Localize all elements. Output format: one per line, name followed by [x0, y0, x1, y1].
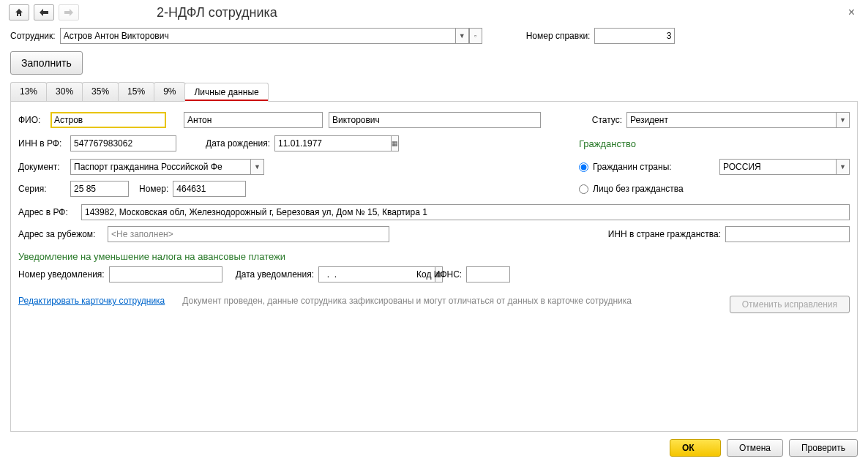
employee-input[interactable] — [60, 28, 456, 44]
name-input[interactable] — [184, 112, 323, 128]
tab-9[interactable]: 9% — [154, 82, 185, 101]
status-dropdown-icon[interactable]: ▼ — [837, 112, 850, 128]
series-input[interactable] — [70, 181, 129, 197]
patronymic-input[interactable] — [329, 112, 541, 128]
inn-input[interactable] — [70, 135, 176, 151]
ref-input[interactable] — [594, 28, 675, 44]
ifns-label: Код ИФНС: — [416, 269, 462, 280]
tab-15[interactable]: 15% — [118, 82, 154, 101]
birth-input[interactable] — [274, 135, 392, 151]
status-input[interactable] — [626, 112, 837, 128]
inn-label: ИНН в РФ: — [18, 138, 66, 149]
notice-num-label: Номер уведомления: — [18, 269, 105, 280]
tab-13[interactable]: 13% — [10, 82, 47, 101]
notice-header: Уведомление на уменьшение налога на аван… — [18, 251, 285, 262]
ref-label: Номер справки: — [526, 31, 591, 41]
edit-card-link[interactable]: Редактировать карточку сотрудника — [18, 296, 165, 306]
ok-button[interactable]: ОК — [670, 439, 721, 457]
cancel-fix-button[interactable]: Отменить исправления — [730, 296, 850, 313]
status-label: Статус: — [592, 115, 622, 125]
tab-body: ФИО: Статус: ▼ ИНН в РФ: Дата рождения: … — [10, 102, 858, 432]
calendar-icon[interactable]: ▦ — [392, 135, 399, 151]
country-dropdown-icon[interactable]: ▼ — [837, 159, 850, 175]
stateless-label: Лицо без гражданства — [593, 184, 684, 194]
close-icon[interactable]: × — [844, 6, 859, 19]
notice-num-input[interactable] — [109, 266, 222, 282]
tab-30[interactable]: 30% — [46, 82, 83, 101]
country-input[interactable] — [719, 159, 837, 175]
ifns-input[interactable] — [466, 266, 510, 282]
surname-input[interactable] — [50, 112, 166, 128]
doc-label: Документ: — [18, 162, 66, 172]
employee-row: Сотрудник: ▼ ▫ Номер справки: — [10, 28, 858, 44]
doc-dropdown-icon[interactable]: ▼ — [251, 159, 264, 175]
citizen-country-label: Гражданин страны: — [593, 162, 715, 172]
tab-personal[interactable]: Личные данные — [184, 83, 268, 102]
tabstrip: 13% 30% 35% 15% 9% Личные данные — [10, 82, 858, 102]
forward-button[interactable] — [59, 4, 79, 20]
address-abroad-input[interactable] — [108, 226, 389, 242]
footer: ОК Отмена Проверить — [0, 432, 868, 464]
window-title: 2-НДФЛ сотрудника — [157, 5, 277, 20]
cancel-button[interactable]: Отмена — [727, 439, 783, 457]
employee-open-icon[interactable]: ▫ — [469, 28, 482, 44]
birth-label: Дата рождения: — [206, 138, 270, 149]
tab-35[interactable]: 35% — [82, 82, 119, 101]
series-label: Серия: — [18, 184, 66, 194]
notice-date-label: Дата уведомления: — [236, 269, 314, 280]
employee-label: Сотрудник: — [10, 31, 56, 41]
home-button[interactable] — [9, 4, 29, 20]
inn-country-input[interactable] — [725, 226, 850, 242]
check-button[interactable]: Проверить — [789, 439, 858, 457]
inn-country-label: ИНН в стране гражданства: — [608, 229, 721, 239]
address-abroad-label: Адрес за рубежом: — [18, 229, 103, 239]
fill-button[interactable]: Заполнить — [10, 51, 83, 75]
doc-input[interactable] — [70, 159, 251, 175]
back-button[interactable] — [34, 4, 54, 20]
fio-label: ФИО: — [18, 115, 46, 125]
address-label: Адрес в РФ: — [18, 207, 77, 217]
number-label: Номер: — [139, 184, 168, 194]
toolbar: 2-НДФЛ сотрудника × — [0, 0, 868, 25]
citizenship-header: Гражданство — [579, 138, 636, 149]
address-input[interactable] — [81, 204, 850, 220]
info-text: Документ проведен, данные сотрудника заф… — [182, 296, 729, 306]
stateless-radio[interactable] — [579, 184, 588, 194]
employee-dropdown-icon[interactable]: ▼ — [456, 28, 469, 44]
citizen-country-radio[interactable] — [579, 162, 588, 172]
number-input[interactable] — [173, 181, 246, 197]
